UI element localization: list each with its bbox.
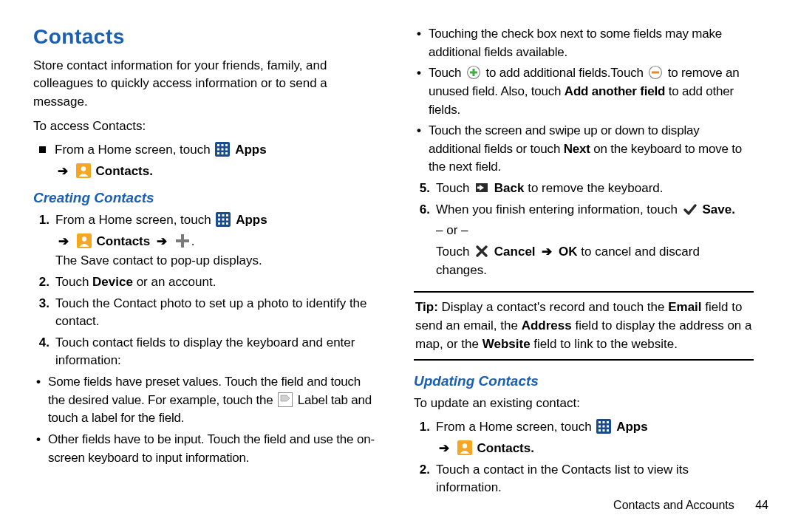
email-label: Email [668, 300, 701, 314]
bullet-icon: • [414, 64, 424, 83]
check-icon [683, 202, 698, 216]
step-number: 1. [33, 211, 50, 230]
page-title: Contacts [33, 22, 381, 52]
text: or an account. [133, 275, 216, 289]
sub-bullet-5: • Touch the screen and swipe up or down … [414, 122, 754, 177]
contacts-label: Contacts [96, 234, 150, 248]
text: Touch [429, 66, 465, 80]
cancel-icon [474, 244, 489, 259]
apps-icon [216, 212, 231, 227]
create-step-4: 4. Touch contact fields to display the k… [33, 334, 381, 370]
label-tab-icon [278, 392, 293, 407]
arrow-icon: ➔ [542, 245, 552, 259]
updating-heading: Updating Contacts [414, 371, 754, 392]
apps-label: Apps [235, 143, 267, 157]
address-label: Address [522, 318, 572, 332]
cancel-label: Cancel [494, 245, 536, 259]
updating-intro: To update an existing contact: [414, 395, 754, 413]
arrow-icon: ➔ [58, 164, 68, 178]
create-step-5: 5. Touch Back to remove the keyboard. [414, 180, 754, 198]
step-number: 1. [414, 418, 430, 437]
create-step-3: 3. Touch the Contact photo to set up a p… [33, 295, 381, 331]
arrow-icon: ➔ [58, 234, 69, 248]
tip-box: Tip: Display a contact's record and touc… [414, 291, 754, 361]
text: to remove the keyboard. [524, 181, 663, 195]
apps-label: Apps [236, 213, 267, 227]
access-label: To access Contacts: [33, 117, 381, 136]
text: From a Home screen, touch [55, 143, 211, 157]
creating-heading: Creating Contacts [33, 188, 381, 208]
text: to add additional fields.Touch [485, 66, 647, 80]
back-label: Back [494, 181, 525, 195]
square-bullet-icon [39, 146, 46, 153]
footer-section: Contacts and Accounts [613, 499, 734, 511]
footer-page-number: 44 [755, 499, 768, 511]
step-number: 2. [414, 461, 430, 480]
apps-icon [596, 419, 611, 434]
text: Touch contact fields to display the keyb… [55, 334, 381, 370]
step-number: 3. [33, 295, 50, 313]
create-step-6: 6. When you finish entering information,… [414, 201, 754, 280]
ok-label: OK [559, 245, 578, 259]
add-another-field-label: Add another field [565, 84, 665, 98]
text: Touch [55, 275, 92, 289]
contacts-icon [77, 233, 92, 248]
step-number: 4. [33, 334, 50, 352]
website-label: Website [482, 337, 531, 351]
update-step-1: 1. From a Home screen, touch Apps ➔ Cont… [414, 418, 754, 457]
bullet-icon: • [33, 373, 44, 392]
tip-label: Tip: [415, 300, 438, 314]
sub-bullet-4: • Touch to add additional fields.Touch t… [414, 64, 754, 119]
text: Touch the Contact photo to set up a phot… [55, 295, 381, 331]
access-step: From a Home screen, touch Apps ➔ Contact… [33, 141, 381, 180]
apps-icon [215, 142, 230, 157]
sub-bullet-2: • Other fields have to be input. Touch t… [33, 431, 381, 467]
text: Touching the check box next to some fiel… [429, 25, 754, 61]
plus-icon [175, 233, 190, 248]
contacts-icon [457, 440, 472, 455]
step-number: 5. [414, 180, 430, 198]
next-label: Next [564, 142, 590, 156]
or-text: – or – [436, 222, 754, 240]
text: From a Home screen, touch [55, 213, 211, 227]
remove-icon [648, 65, 663, 80]
text: When you finish entering information, to… [436, 202, 681, 216]
contacts-label: Contacts. [95, 164, 152, 178]
text: Display a contact's record and touch the [438, 300, 668, 314]
page-footer: Contacts and Accounts 44 [0, 499, 798, 512]
save-label: Save. [702, 202, 734, 216]
apps-label: Apps [616, 420, 648, 434]
update-step-2: 2. Touch a contact in the Contacts list … [414, 461, 754, 497]
bullet-icon: • [414, 25, 424, 44]
create-step-2: 2. Touch Device or an account. [33, 273, 381, 292]
bullet-icon: • [33, 431, 44, 449]
text: Other fields have to be input. Touch the… [48, 431, 381, 467]
arrow-icon: ➔ [439, 441, 449, 455]
intro-text: Store contact information for your frien… [33, 57, 381, 112]
text: field to link to the website. [531, 337, 678, 351]
create-step-1: 1. From a Home screen, touch Apps ➔ Cont… [33, 211, 381, 270]
text: Touch a contact in the Contacts list to … [436, 461, 754, 497]
text: The Save contact to pop-up displays. [55, 252, 381, 270]
step-number: 6. [414, 201, 430, 219]
add-icon [466, 65, 481, 80]
arrow-icon: ➔ [157, 234, 167, 248]
step-number: 2. [33, 273, 50, 292]
contacts-label: Contacts. [477, 441, 533, 455]
contacts-icon [76, 163, 91, 178]
sub-bullet-3: • Touching the check box next to some fi… [414, 25, 754, 61]
text: Touch [436, 245, 473, 259]
bullet-icon: • [414, 122, 424, 140]
device-label: Device [92, 275, 133, 289]
sub-bullet-1: • Some fields have preset values. Touch … [33, 373, 381, 428]
text: From a Home screen, touch [436, 420, 592, 434]
back-icon [474, 180, 489, 195]
text: Touch [436, 181, 473, 195]
